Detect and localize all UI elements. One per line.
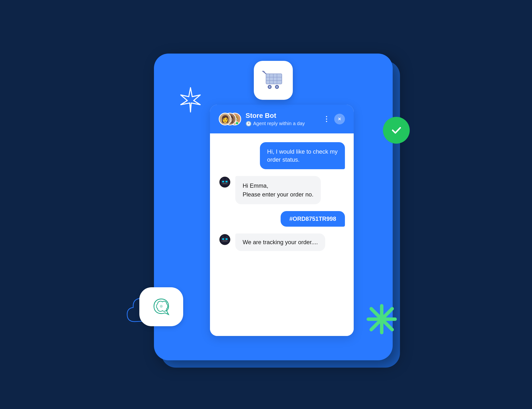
chat-body: Hi, I would like to check myorder status… <box>210 133 354 336</box>
bot-avatar-2 <box>219 233 231 246</box>
check-icon <box>390 124 403 137</box>
bot-status: 🕐 Agent reply within a day <box>246 121 318 127</box>
bot-avatar-1 <box>219 176 231 188</box>
svg-rect-13 <box>226 181 228 182</box>
close-button[interactable]: × <box>334 114 345 124</box>
message-bot-row-2: We are tracking your order.... <box>219 233 345 251</box>
online-dot <box>235 121 239 125</box>
check-circle <box>383 117 410 144</box>
svg-rect-22 <box>226 238 228 240</box>
svg-rect-12 <box>222 181 224 182</box>
avatar-group: 👩 👩🏽 👩🏼 <box>219 113 241 125</box>
more-options-button[interactable]: ⋮ <box>323 115 330 123</box>
chat-window: 👩 👩🏽 👩🏼 Store Bot 🕐 Agent reply within a <box>210 105 354 336</box>
openai-badge <box>139 287 183 326</box>
svg-rect-23 <box>223 241 227 241</box>
message-tracking: We are tracking your order.... <box>235 233 325 251</box>
svg-rect-20 <box>221 237 228 242</box>
svg-point-32 <box>160 305 163 308</box>
star-decoration <box>176 85 205 115</box>
svg-point-9 <box>276 86 278 88</box>
asterisk-decoration <box>366 303 398 336</box>
bot-name: Store Bot <box>246 112 318 120</box>
svg-rect-14 <box>223 183 227 184</box>
status-icon: 🕐 <box>246 121 252 127</box>
cart-icon <box>261 69 285 91</box>
svg-rect-0 <box>266 74 282 84</box>
openai-icon <box>152 297 171 316</box>
header-actions: ⋮ × <box>323 114 345 124</box>
cart-icon-wrapper <box>254 61 293 100</box>
message-order-row: #ORD8751TR998 <box>219 211 345 227</box>
message-user-1: Hi, I would like to check myorder status… <box>260 142 345 169</box>
scene: 👩 👩🏽 👩🏼 Store Bot 🕐 Agent reply within a <box>120 34 412 375</box>
message-bot-1: Hi Emma,Please enter your order no. <box>235 176 321 204</box>
main-card: 👩 👩🏽 👩🏼 Store Bot 🕐 Agent reply within a <box>154 54 393 360</box>
bot-face-icon-2 <box>219 234 230 245</box>
message-bot-row-1: Hi Emma,Please enter your order no. <box>219 176 345 204</box>
svg-rect-11 <box>221 180 228 185</box>
header-info: Store Bot 🕐 Agent reply within a day <box>246 112 318 127</box>
chat-header: 👩 👩🏽 👩🏼 Store Bot 🕐 Agent reply within a <box>210 105 354 133</box>
svg-point-7 <box>269 86 271 88</box>
asterisk-icon <box>366 303 398 335</box>
star-icon <box>176 85 205 114</box>
status-text: Agent reply within a day <box>253 121 305 126</box>
svg-rect-21 <box>222 238 224 240</box>
bot-face-icon <box>219 177 230 188</box>
message-order: #ORD8751TR998 <box>281 211 345 227</box>
avatar-1: 👩 <box>219 113 231 125</box>
